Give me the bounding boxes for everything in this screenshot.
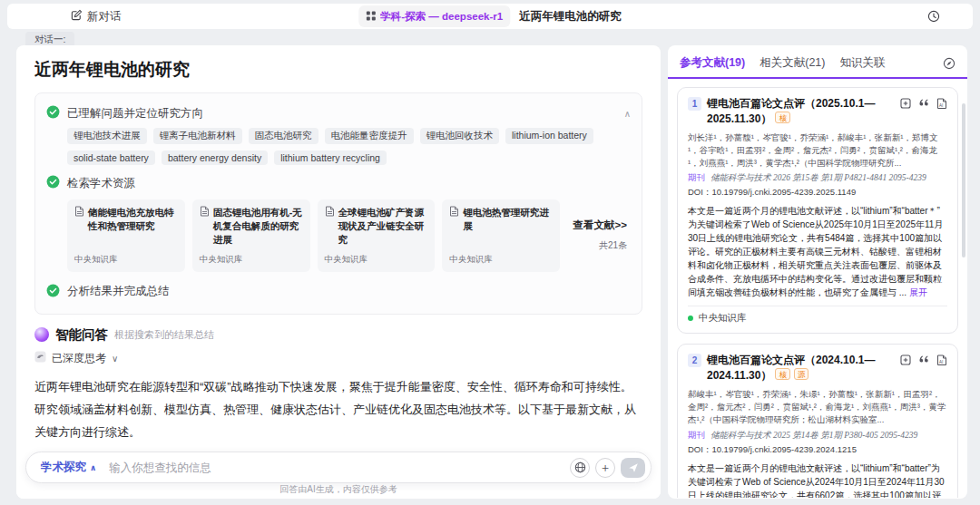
main-panel: 近两年锂电池的研究 已理解问题并定位研究方向 ∧ 锂电池技术进展锂离子电池新材料… (16, 45, 661, 499)
conversation-title: 近两年锂电池的研究 (519, 9, 622, 24)
resource-title: 锂电池热管理研究进展 (449, 206, 553, 233)
reference-title[interactable]: 锂电池百篇论文点评（2024.10.1—2024.11.30）核源 (707, 353, 895, 384)
history-button[interactable] (927, 10, 940, 23)
references-tabs: 参考文献(19) 相关文献(21) 知识关联 (668, 45, 967, 79)
journal-info: 储能科学与技术 2025 第14卷 第1期 P380-405 2095-4239 (710, 430, 917, 442)
qa-subtitle: 根据搜索到的结果总结 (114, 328, 214, 342)
reference-card: 1锂电池百篇论文点评（2025.10.1—2025.11.30）核AI刘长洋¹，… (677, 87, 958, 334)
step-understand: 已理解问题并定位研究方向 ∧ (46, 101, 631, 126)
ai-fulltext-icon[interactable]: AI (936, 354, 947, 366)
tab-related[interactable]: 相关文献(21) (760, 55, 825, 71)
scrollbar[interactable] (962, 103, 965, 257)
top-header: 新对话 学科-探索 — deepseek-r1 近两年锂电池的研究 (7, 4, 973, 29)
reference-number: 2 (688, 354, 701, 367)
attach-plus-button[interactable]: ＋ (595, 458, 615, 478)
document-icon (74, 206, 84, 220)
source-label: 中央知识库 (699, 312, 747, 325)
resource-card[interactable]: 固态锂电池用有机-无机复合电解质的研究进展中央知识库 (192, 199, 310, 272)
keyword-tag: 固态电池研究 (249, 128, 318, 144)
document-icon (325, 206, 335, 220)
resource-title-text: 固态锂电池用有机-无机复合电解质的研究进展 (213, 206, 303, 248)
resource-cards: 储能锂电池充放电特性和热管理研究中央知识库固态锂电池用有机-无机复合电解质的研究… (67, 199, 631, 272)
panel-expand-icon[interactable] (943, 57, 956, 70)
tab-references[interactable]: 参考文献(19) (680, 55, 745, 71)
ai-fulltext-icon[interactable]: AI (936, 98, 947, 110)
keyword-tag: battery energy density (162, 151, 268, 165)
tab-knowledge-graph[interactable]: 知识关联 (839, 55, 885, 71)
chevron-up-icon[interactable]: ∧ (624, 109, 631, 119)
keyword-tag: lithium battery recycling (274, 151, 387, 165)
reference-actions: AI (900, 353, 947, 366)
resource-title-text: 锂电池热管理研究进展 (463, 206, 553, 233)
check-icon (46, 284, 60, 300)
mode-badge[interactable]: 学科-探索 — deepseek-r1 (358, 5, 510, 27)
reference-card-header: 2锂电池百篇论文点评（2024.10.1—2024.11.30）核源AI (688, 353, 947, 384)
journal-grade-badge: 核 (775, 112, 790, 123)
reference-card: 2锂电池百篇论文点评（2024.10.1—2024.11.30）核源AI郝峻丰¹… (677, 344, 958, 498)
step-summarize-label: 分析结果并完成总结 (67, 284, 170, 299)
literature-count: 共21条 (599, 239, 627, 252)
document-icon (200, 206, 210, 220)
step-search-label: 检索学术资源 (67, 176, 135, 191)
journal-row: 期刊储能科学与技术 2025 第14卷 第1期 P380-405 2095-42… (688, 430, 947, 442)
step-summarize: 分析结果并完成总结 (46, 279, 631, 305)
search-input[interactable] (109, 461, 564, 474)
chevron-up-icon: ∧ (90, 463, 96, 472)
check-icon (46, 175, 60, 191)
keyword-tags: 锂电池技术进展锂离子电池新材料固态电池研究电池能量密度提升锂电池回收技术lith… (67, 128, 631, 165)
view-more-literature-button[interactable]: 查看文献>>共21条 (567, 199, 631, 272)
reference-authors: 刘长洋¹，孙蔷馥¹，岑官骏¹，乔荣涵¹，郝峻丰¹，张新新¹，郑博文¹，谷宇晗¹，… (688, 131, 947, 170)
svg-text:AI: AI (939, 103, 943, 108)
qa-title: 智能问答 (55, 326, 108, 344)
reference-doi: DOI：10.19799/j.cnki.2095-4239.2025.1149 (688, 187, 947, 199)
journal-row: 期刊储能科学与技术 2026 第15卷 第1期 P4821-4841 2095-… (688, 172, 947, 184)
ai-disclaimer: 回答由AI生成，内容仅供参考 (16, 483, 661, 496)
add-note-icon[interactable] (900, 354, 911, 366)
ai-orb-icon (34, 327, 49, 342)
qa-summary: 近两年锂电池研究在能源转型和“双碳”战略推动下快速发展，聚焦于提升能量密度、安全… (34, 375, 642, 444)
journal-grade-badge: 源 (794, 368, 809, 380)
resource-source: 中央知识库 (200, 254, 303, 266)
resource-title: 固态锂电池用有机-无机复合电解质的研究进展 (200, 206, 303, 248)
resource-title-text: 储能锂电池充放电特性和热管理研究 (88, 206, 178, 233)
web-search-button[interactable] (570, 458, 590, 478)
deepthink-label: 已深度思考 (52, 351, 106, 366)
check-icon (46, 105, 60, 121)
resource-source: 中央知识库 (74, 254, 178, 266)
reference-source: 中央知识库 (688, 312, 947, 325)
reference-abstract: 本文是一篇近两个月的锂电池文献评述，以“lithium”和“batter＊”为关… (688, 204, 947, 299)
step-search: 检索学术资源 (46, 170, 631, 196)
new-chat-button[interactable]: 新对话 (71, 9, 122, 24)
resource-title: 全球锂电池矿产资源现状及产业链安全研究 (325, 206, 428, 248)
keyword-tag: 锂电池技术进展 (67, 128, 147, 144)
resource-title: 储能锂电池充放电特性和热管理研究 (74, 206, 178, 233)
journal-label: 期刊 (688, 430, 705, 442)
main-content: 近两年锂电池的研究 已理解问题并定位研究方向 ∧ 锂电池技术进展锂离子电池新材料… (16, 45, 661, 499)
resource-card[interactable]: 全球锂电池矿产资源现状及产业链安全研究中央知识库 (318, 199, 436, 272)
resource-card[interactable]: 储能锂电池充放电特性和热管理研究中央知识库 (67, 199, 185, 272)
expand-link[interactable]: 展开 (909, 287, 927, 297)
chevron-down-icon: ∨ (112, 354, 118, 364)
search-bar: 学术探究 ∧ ＋ (25, 452, 652, 483)
add-note-icon[interactable] (900, 98, 911, 110)
send-button[interactable] (621, 458, 645, 478)
resource-card[interactable]: 锂电池热管理研究进展中央知识库 (442, 199, 560, 272)
deepthink-toggle[interactable]: 已深度思考 ∨ (34, 351, 642, 366)
quote-icon[interactable] (918, 98, 929, 110)
keyword-tag: 电池能量密度提升 (325, 128, 414, 144)
agent-steps-card: 已理解问题并定位研究方向 ∧ 锂电池技术进展锂离子电池新材料固态电池研究电池能量… (34, 92, 642, 315)
resource-source: 中央知识库 (449, 254, 553, 266)
reference-number: 1 (688, 97, 701, 111)
keyword-tag: solid-state battery (67, 151, 155, 165)
reference-abstract: 本文是一篇近两个月的锂电池文献评述，以“lithium”和“batter”为关键… (688, 461, 947, 498)
qa-header: 智能问答 根据搜索到的结果总结 (34, 326, 642, 344)
reference-doi: DOI：10.19799/j.cnki.2095-4239.2024.1215 (688, 444, 947, 456)
keyword-tag: 锂电池回收技术 (420, 128, 500, 144)
reference-title[interactable]: 锂电池百篇论文点评（2025.10.1—2025.11.30）核 (707, 96, 895, 127)
journal-grade-badge: 核 (775, 368, 790, 380)
view-more-label: 查看文献>> (573, 219, 627, 232)
search-mode-select[interactable]: 学术探究 ∧ (41, 460, 96, 475)
quote-icon[interactable] (918, 354, 929, 366)
keyword-tag: lithium-ion battery (505, 128, 593, 144)
svg-text:AI: AI (939, 360, 943, 364)
